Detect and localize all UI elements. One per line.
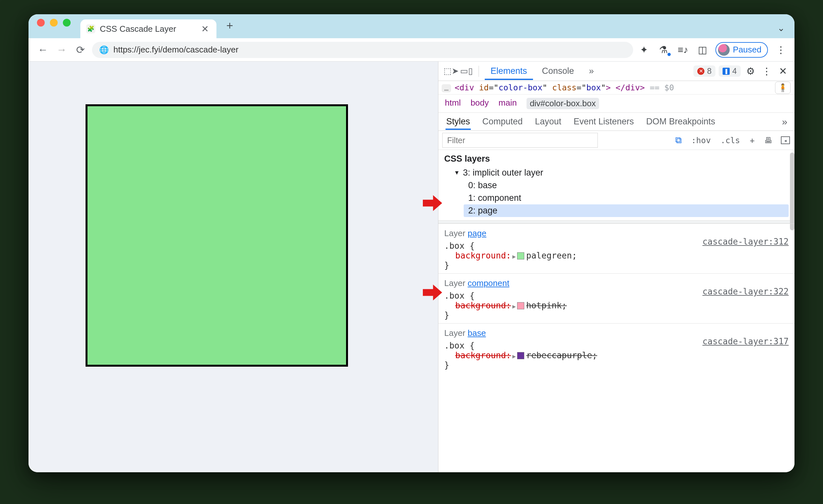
minimize-window-button[interactable]	[50, 19, 58, 27]
print-media-icon[interactable]: 🖶	[763, 135, 774, 146]
toolbar-right: ✦ ⚗ ≡♪ ◫ Paused ⋮	[638, 42, 787, 58]
profile-paused-chip[interactable]: Paused	[715, 42, 768, 58]
rule-close-brace: }	[444, 360, 789, 370]
styles-filter-input[interactable]	[442, 133, 598, 148]
inspect-element-icon[interactable]: ⬚➤	[444, 66, 457, 76]
rule-close-brace: }	[444, 261, 789, 270]
subtab-dom-breakpoints[interactable]: DOM Breakpoints	[645, 113, 716, 130]
close-window-button[interactable]	[37, 19, 45, 27]
cls-toggle[interactable]: .cls	[719, 135, 742, 146]
crumb-body[interactable]: body	[471, 98, 489, 109]
accessibility-icon[interactable]: 🧍	[775, 81, 791, 94]
rule-source-link[interactable]: cascade-layer:312	[702, 237, 789, 246]
layer-item[interactable]: 1: component	[464, 192, 789, 204]
scrollbar-thumb[interactable]	[790, 153, 795, 230]
tabs-more-icon[interactable]: »	[583, 62, 600, 80]
rule-declaration[interactable]: background:▶hotpink;	[444, 301, 789, 310]
layer-link[interactable]: base	[468, 328, 486, 338]
devtools-menu-icon[interactable]: ⋮	[760, 65, 773, 77]
tab-close-icon[interactable]: ✕	[199, 22, 211, 36]
layers-toggle-icon[interactable]: ⧉	[674, 134, 683, 146]
devtools-panel: ⬚➤ ▭▯ Elements Console » ✕8 ❚4 ⚙ ⋮ ✕ … <…	[438, 61, 795, 472]
subtab-event-listeners[interactable]: Event Listeners	[573, 113, 634, 130]
layer-link[interactable]: page	[468, 228, 486, 238]
new-tab-button[interactable]: ＋	[219, 15, 240, 35]
tab-title: CSS Cascade Layer	[100, 24, 195, 34]
tab-favicon: 🧩	[86, 24, 95, 33]
menu-icon[interactable]: ⋮	[774, 44, 787, 55]
url-text: https://jec.fyi/demo/cascade-layer	[114, 45, 238, 55]
color-box-demo	[86, 104, 348, 367]
page-viewport	[28, 61, 438, 472]
avatar-icon	[718, 44, 730, 56]
style-rule-block: Layer basecascade-layer:317.box {backgro…	[439, 323, 795, 373]
issues-count-badge[interactable]: ❚4	[719, 65, 741, 77]
layer-link[interactable]: component	[468, 278, 509, 288]
layer-parent[interactable]: 3: implicit outer layer	[449, 166, 789, 179]
divider	[479, 66, 479, 77]
style-rule-block: Layer pagecascade-layer:312.box {backgro…	[439, 223, 795, 274]
forward-button[interactable]: →	[54, 44, 69, 56]
site-info-icon[interactable]: 🌐	[99, 45, 109, 54]
labs-icon[interactable]: ⚗	[657, 44, 670, 55]
device-toggle-icon[interactable]: ▭▯	[460, 66, 473, 76]
subtab-styles[interactable]: Styles	[446, 113, 471, 130]
browser-tab[interactable]: 🧩 CSS Cascade Layer ✕	[80, 19, 216, 38]
new-rule-button[interactable]: +	[749, 135, 756, 146]
styles-filter-row: ⧉ :hov .cls + 🖶 ◂	[439, 131, 795, 150]
dollar-zero-hint: == $0	[650, 83, 674, 92]
devtools-main-tabs: ⬚➤ ▭▯ Elements Console » ✕8 ❚4 ⚙ ⋮ ✕	[439, 61, 795, 81]
paused-label: Paused	[733, 45, 762, 55]
html-attr-val: color-box	[499, 83, 542, 92]
styles-subtabs: Styles Computed Layout Event Listeners D…	[439, 113, 795, 131]
rule-source-link[interactable]: cascade-layer:317	[702, 337, 789, 346]
annotation-arrow-icon	[421, 281, 443, 304]
tab-elements[interactable]: Elements	[485, 62, 533, 80]
style-rule-block: Layer componentcascade-layer:322.box {ba…	[439, 274, 795, 323]
zoom-window-button[interactable]	[63, 19, 70, 27]
html-attr: id	[479, 83, 489, 92]
html-attr-val: box	[586, 83, 601, 92]
crumb-html[interactable]: html	[445, 98, 461, 109]
css-layers-heading: CSS layers	[439, 150, 795, 166]
breadcrumb: html body main div#color-box.box	[439, 95, 795, 113]
subtab-layout[interactable]: Layout	[534, 113, 562, 130]
element-ellipsis-icon[interactable]: …	[442, 84, 451, 92]
rule-source-link[interactable]: cascade-layer:322	[702, 287, 789, 296]
html-tag: > </div>	[606, 83, 645, 92]
tab-strip: 🧩 CSS Cascade Layer ✕ ＋ ⌄	[28, 14, 795, 38]
subtabs-more-icon[interactable]: »	[782, 116, 787, 127]
annotation-arrow-icon	[421, 192, 443, 214]
tab-console[interactable]: Console	[536, 62, 580, 80]
html-tag: <div	[455, 83, 474, 92]
devtools-settings-icon[interactable]: ⚙	[744, 65, 757, 77]
hov-toggle[interactable]: :hov	[690, 135, 712, 146]
extensions-icon[interactable]: ✦	[638, 44, 651, 55]
divider	[439, 220, 795, 223]
selected-element-html[interactable]: … <div id="color-box" class="box"> </div…	[439, 81, 795, 95]
layer-item-selected[interactable]: 2: page	[464, 204, 789, 217]
devtools-close-icon[interactable]: ✕	[776, 65, 789, 77]
tabs-overflow-icon[interactable]: ⌄	[777, 23, 785, 33]
reload-button[interactable]: ⟳	[73, 44, 88, 56]
panel-icon[interactable]: ◫	[696, 44, 709, 55]
toolbar: ← → ⟳ 🌐 https://jec.fyi/demo/cascade-lay…	[28, 38, 795, 61]
layer-item[interactable]: 0: base	[464, 179, 789, 192]
rule-declaration[interactable]: background:▶palegreen;	[444, 251, 789, 261]
browser-window: 🧩 CSS Cascade Layer ✕ ＋ ⌄ ← → ⟳ 🌐 https:…	[28, 14, 795, 472]
back-button[interactable]: ←	[36, 44, 50, 56]
crumb-main[interactable]: main	[499, 98, 517, 109]
media-icon[interactable]: ≡♪	[677, 44, 689, 55]
window-controls	[37, 14, 70, 38]
rule-close-brace: }	[444, 310, 789, 320]
crumb-selected[interactable]: div#color-box.box	[526, 98, 599, 109]
css-layers-tree: 3: implicit outer layer 0: base 1: compo…	[439, 166, 795, 220]
computed-toggle-icon[interactable]: ◂	[781, 136, 790, 144]
subtab-computed[interactable]: Computed	[482, 113, 524, 130]
error-count-badge[interactable]: ✕8	[693, 65, 715, 77]
address-bar[interactable]: 🌐 https://jec.fyi/demo/cascade-layer	[92, 42, 633, 58]
html-attr: class	[552, 83, 577, 92]
styles-pane: CSS layers 3: implicit outer layer 0: ba…	[439, 150, 795, 472]
rule-declaration[interactable]: background:▶rebeccapurple;	[444, 350, 789, 360]
